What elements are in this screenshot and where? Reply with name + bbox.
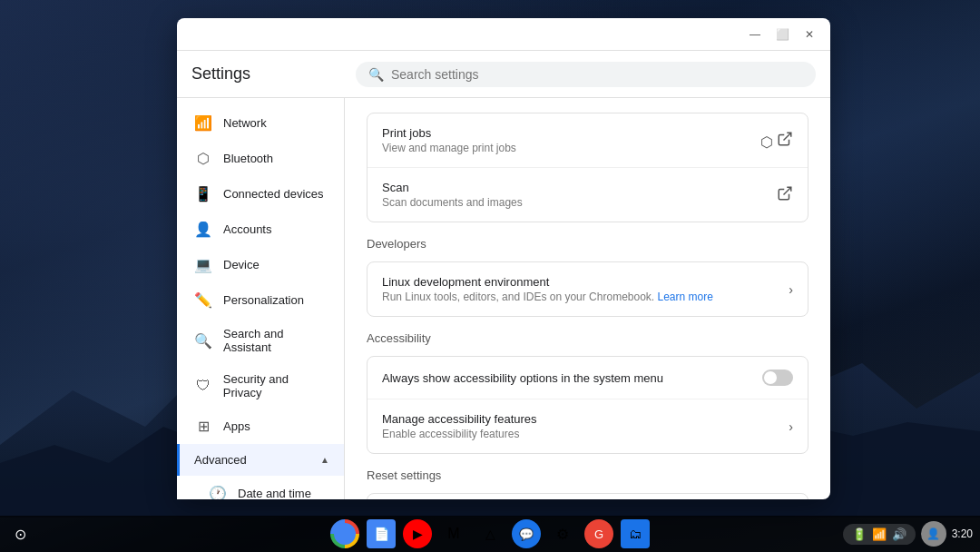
sidebar-item-network[interactable]: 📶 Network [177,105,344,141]
sidebar-label-device: Device [223,258,260,271]
sidebar-item-bluetooth[interactable]: ⬡ Bluetooth [177,141,344,176]
sidebar-item-device[interactable]: 💻 Device [177,247,344,282]
volume-icon: 🔊 [892,527,906,541]
laptop-icon: 💻 [194,256,212,273]
linux-dev-item[interactable]: Linux development environment Run Linux … [368,262,808,316]
sidebar-label-personalization: Personalization [223,293,304,307]
sidebar-label-date-time: Date and time [238,487,311,499]
taskbar-drive-icon[interactable]: △ [475,519,505,548]
always-show-accessibility-title: Always show accessibility options in the… [382,371,663,385]
manage-accessibility-subtitle: Enable accessibility features [382,428,537,440]
scan-external-icon [777,185,793,205]
search-icon: 🔍 [368,67,384,82]
taskbar-center: 📄 ▶ M △ 💬 ⚙ G 🗂 [330,519,650,548]
sidebar: 📶 Network ⬡ Bluetooth 📱 Connected device… [177,98,345,499]
taskbar-docs-icon[interactable]: 📄 [367,519,396,548]
developers-card: Linux development environment Run Linux … [367,261,808,317]
taskbar-chrome-icon[interactable] [330,519,359,548]
sidebar-item-apps[interactable]: ⊞ Apps [177,409,344,444]
taskbar-right: 🔋 📶 🔊 👤 3:20 [843,521,973,547]
search-nav-icon: 🔍 [194,332,212,350]
clock-icon: 🕐 [209,485,227,499]
advanced-chevron-icon: ▲ [320,455,329,465]
linux-dev-subtitle: Run Linux tools, editors, and IDEs on yo… [382,291,713,303]
wifi-status-icon: 📶 [872,527,887,541]
shield-icon: 🛡 [194,378,212,394]
taskbar-messages-icon[interactable]: 💬 [512,519,541,548]
print-jobs-subtitle: View and manage print jobs [382,142,516,154]
minimize-button[interactable]: — [745,25,765,44]
print-section-card: Print jobs View and manage print jobs ⬡ … [367,113,808,222]
svg-line-2 [784,133,791,140]
advanced-section-header[interactable]: Advanced ▲ [177,444,344,476]
taskbar-settings-icon[interactable]: ⚙ [548,519,577,548]
settings-window: — ⬜ ✕ Settings 🔍 📶 Network ⬡ Bluetooth 📱… [177,18,830,499]
close-button[interactable]: ✕ [799,25,819,44]
sidebar-label-apps: Apps [223,419,250,433]
taskbar: ⊙ 📄 ▶ M △ 💬 ⚙ G 🗂 🔋 📶 🔊 👤 3:20 [0,516,980,552]
sidebar-item-search-assistant[interactable]: 🔍 Search and Assistant [177,318,344,363]
accessibility-section-title: Accessibility [367,331,808,345]
taskbar-gmail-icon[interactable]: M [439,519,468,548]
wifi-icon: 📶 [194,114,212,132]
sidebar-label-bluetooth: Bluetooth [223,152,273,165]
always-show-accessibility-item[interactable]: Always show accessibility options in the… [368,357,808,399]
person-icon: 👤 [194,221,212,238]
sidebar-item-security-privacy[interactable]: 🛡 Security and Privacy [177,363,344,409]
linux-learn-more-link[interactable]: Learn more [658,291,713,303]
user-avatar[interactable]: 👤 [921,521,946,547]
sidebar-label-network: Network [223,116,267,130]
linux-dev-chevron-icon: › [789,282,793,297]
manage-accessibility-item[interactable]: Manage accessibility features Enable acc… [368,399,808,453]
taskbar-user-icon[interactable]: G [584,519,613,548]
window-header: Settings 🔍 [177,51,830,98]
taskbar-youtube-icon[interactable]: ▶ [403,519,432,548]
print-jobs-external-icon: ⬡ [760,131,793,151]
system-tray[interactable]: 🔋 📶 🔊 [843,524,916,545]
sidebar-label-security: Security and Privacy [223,372,329,399]
advanced-label: Advanced [194,453,247,467]
reset-section-title: Reset settings [367,468,808,482]
accessibility-card: Always show accessibility options in the… [367,356,808,454]
settings-title: Settings [191,64,341,84]
bluetooth-icon: ⬡ [194,150,212,167]
maximize-button[interactable]: ⬜ [772,25,792,44]
sidebar-label-accounts: Accounts [223,222,271,236]
manage-accessibility-chevron-icon: › [789,419,793,434]
scan-item[interactable]: Scan Scan documents and images [368,168,808,222]
developers-section-title: Developers [367,237,808,251]
print-jobs-title: Print jobs [382,126,516,140]
taskbar-files-icon[interactable]: 🗂 [621,519,650,548]
edit-icon: ✏️ [194,291,212,309]
sidebar-label-connected: Connected devices [223,187,324,201]
sidebar-item-connected-devices[interactable]: 📱 Connected devices [177,176,344,212]
window-titlebar: — ⬜ ✕ [177,18,830,51]
devices-icon: 📱 [194,185,212,202]
sidebar-item-accounts[interactable]: 👤 Accounts [177,212,344,247]
reset-card: Powerwash Remove all user accounts and r… [367,493,808,499]
manage-accessibility-title: Manage accessibility features [382,412,537,426]
taskbar-left: ⊙ [7,521,33,547]
window-body: 📶 Network ⬡ Bluetooth 📱 Connected device… [177,98,830,499]
scan-subtitle: Scan documents and images [382,196,523,209]
scan-title: Scan [382,181,523,194]
battery-icon: 🔋 [852,527,867,541]
powerwash-item: Powerwash Remove all user accounts and r… [368,494,808,499]
accessibility-toggle[interactable] [762,370,793,386]
svg-line-3 [784,187,791,194]
sidebar-item-date-time[interactable]: 🕐 Date and time [177,476,344,499]
launcher-button[interactable]: ⊙ [7,521,33,547]
grid-icon: ⊞ [194,418,212,435]
sidebar-item-personalization[interactable]: ✏️ Personalization [177,282,344,318]
search-bar: 🔍 [356,62,816,87]
linux-dev-title: Linux development environment [382,275,713,289]
taskbar-time: 3:20 [952,527,973,540]
print-jobs-item[interactable]: Print jobs View and manage print jobs ⬡ [368,113,808,168]
sidebar-label-search: Search and Assistant [223,327,329,354]
main-content: Print jobs View and manage print jobs ⬡ … [345,98,830,499]
search-input[interactable] [391,67,803,82]
